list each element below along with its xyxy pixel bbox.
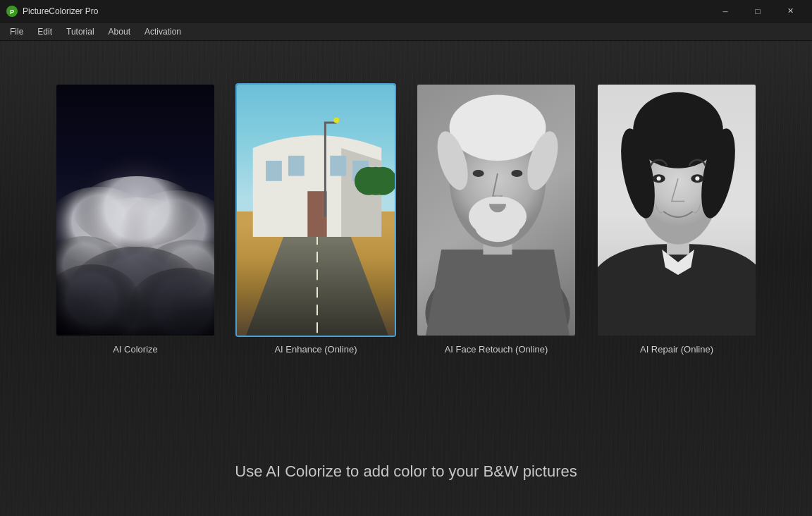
card-label-ai-repair: AI Repair (Online)	[640, 344, 713, 355]
menu-item-about[interactable]: About	[102, 25, 137, 39]
close-icon	[787, 6, 794, 16]
minimize-icon	[722, 7, 727, 16]
card-label-ai-enhance: AI Enhance (Online)	[274, 344, 357, 355]
title-bar-controls	[709, 0, 806, 23]
close-button[interactable]	[774, 0, 806, 23]
maximize-button[interactable]	[742, 0, 774, 23]
app-title: PictureColorizer Pro	[23, 6, 98, 16]
card-ai-face-retouch[interactable]: AI Face Retouch (Online)	[416, 83, 577, 355]
menu-item-file[interactable]: File	[3, 25, 30, 39]
menu-bar: File Edit Tutorial About Activation	[0, 23, 812, 41]
canvas-oldman	[417, 85, 577, 337]
canvas-woman	[598, 85, 757, 337]
main-content: AI Colorize AI Enhance (Online) AI Face …	[0, 41, 812, 516]
svg-text:P: P	[10, 8, 14, 16]
card-image-wrapper-oldman	[416, 83, 577, 337]
menu-item-tutorial[interactable]: Tutorial	[59, 25, 102, 39]
minimize-button[interactable]	[709, 0, 742, 23]
card-ai-enhance[interactable]: AI Enhance (Online)	[235, 83, 396, 355]
title-bar-left: P PictureColorizer Pro	[6, 5, 98, 18]
tagline: Use AI Colorize to add color to your B&W…	[0, 462, 812, 481]
title-bar: P PictureColorizer Pro	[0, 0, 812, 23]
card-ai-colorize[interactable]: AI Colorize	[55, 83, 216, 355]
card-ai-repair[interactable]: AI Repair (Online)	[596, 83, 757, 355]
card-image-wrapper-clouds	[55, 83, 216, 337]
card-label-ai-colorize: AI Colorize	[113, 344, 158, 355]
canvas-clouds	[56, 85, 216, 337]
menu-item-activation[interactable]: Activation	[137, 25, 188, 39]
app-icon: P	[6, 5, 18, 18]
card-image-wrapper-woman	[596, 83, 757, 337]
menu-item-edit[interactable]: Edit	[30, 25, 59, 39]
card-image-wrapper-building	[235, 83, 396, 337]
canvas-building	[237, 85, 396, 337]
maximize-icon	[755, 6, 760, 16]
cards-row: AI Colorize AI Enhance (Online) AI Face …	[55, 83, 757, 355]
card-label-ai-face-retouch: AI Face Retouch (Online)	[445, 344, 548, 355]
